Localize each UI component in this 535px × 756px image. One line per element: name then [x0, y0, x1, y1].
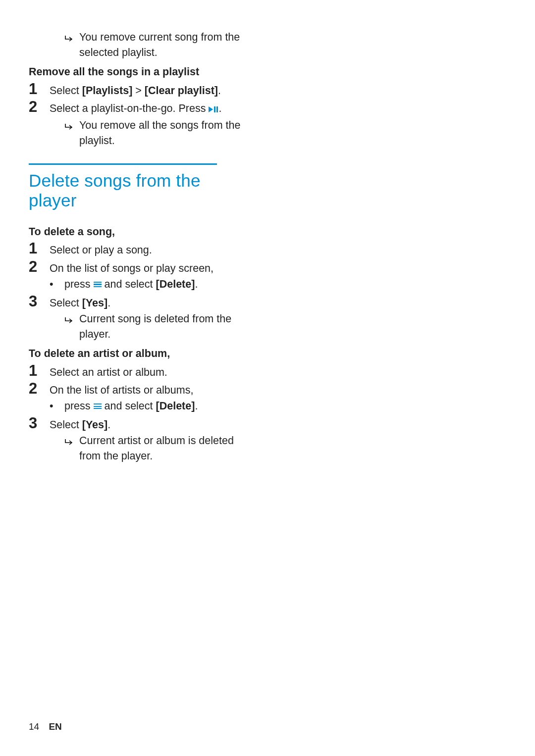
step-number: 2 [29, 99, 50, 114]
step-body: Select a playlist-on-the-go. Press . [50, 99, 242, 117]
result-line: You remove all the songs from the playli… [29, 118, 242, 149]
step-row: 1 Select [Playlists] > [Clear playlist]. [29, 81, 242, 99]
result-text: Current artist or album is deleted from … [79, 433, 242, 464]
result-text: You remove current song from the selecte… [79, 30, 242, 60]
step-body: On the list of songs or play screen, [50, 259, 242, 276]
step-body: Select or play a song. [50, 241, 242, 258]
result-text: You remove all the songs from the playli… [79, 118, 242, 149]
result-line: You remove current song from the selecte… [29, 30, 242, 60]
result-arrow-icon [64, 118, 74, 133]
svg-marker-0 [209, 106, 213, 112]
step-row: 1 Select an artist or album. [29, 363, 242, 380]
step-row: 2 Select a playlist-on-the-go. Press . [29, 99, 242, 117]
menu-icon [94, 282, 102, 288]
step-row: 3 Select [Yes]. [29, 294, 242, 311]
page-footer: 14 EN [29, 721, 62, 732]
page-lang: EN [49, 721, 61, 732]
step-body: Select [Yes]. [50, 415, 242, 433]
step-number: 3 [29, 294, 50, 309]
step-body: Select [Playlists] > [Clear playlist]. [50, 81, 242, 99]
bullet-body: press and select [Delete]. [64, 399, 242, 414]
result-arrow-icon [64, 30, 74, 45]
page-number: 14 [29, 721, 39, 732]
section-divider [29, 163, 217, 165]
section-title: Delete songs from the player [29, 171, 242, 210]
step-number: 3 [29, 415, 50, 431]
play-pause-icon [209, 102, 218, 117]
step-row: 2 On the list of artists or albums, [29, 381, 242, 398]
svg-rect-2 [216, 106, 218, 112]
bullet-row: • press and select [Delete]. [29, 399, 242, 414]
step-number: 1 [29, 241, 50, 256]
step-number: 2 [29, 259, 50, 274]
result-line: Current artist or album is deleted from … [29, 433, 242, 464]
delete-album-heading: To delete an artist or album, [29, 346, 242, 361]
step-row: 3 Select [Yes]. [29, 415, 242, 433]
step-body: Select an artist or album. [50, 363, 242, 380]
svg-rect-1 [214, 106, 215, 112]
result-arrow-icon [64, 311, 74, 327]
step-body: Select [Yes]. [50, 294, 242, 311]
result-line: Current song is deleted from the player. [29, 311, 242, 342]
step-row: 2 On the list of songs or play screen, [29, 259, 242, 276]
step-number: 1 [29, 81, 50, 97]
remove-all-heading: Remove all the songs in a playlist [29, 64, 242, 80]
bullet-dot: • [50, 277, 64, 292]
delete-song-heading: To delete a song, [29, 224, 242, 240]
step-number: 1 [29, 363, 50, 378]
page-column: You remove current song from the selecte… [29, 30, 242, 465]
bullet-dot: • [50, 399, 64, 414]
menu-icon [94, 403, 102, 410]
bullet-body: press and select [Delete]. [64, 277, 242, 292]
step-body: On the list of artists or albums, [50, 381, 242, 398]
step-row: 1 Select or play a song. [29, 241, 242, 258]
step-number: 2 [29, 381, 50, 396]
result-text: Current song is deleted from the player. [79, 311, 242, 342]
result-arrow-icon [64, 433, 74, 449]
bullet-row: • press and select [Delete]. [29, 277, 242, 292]
